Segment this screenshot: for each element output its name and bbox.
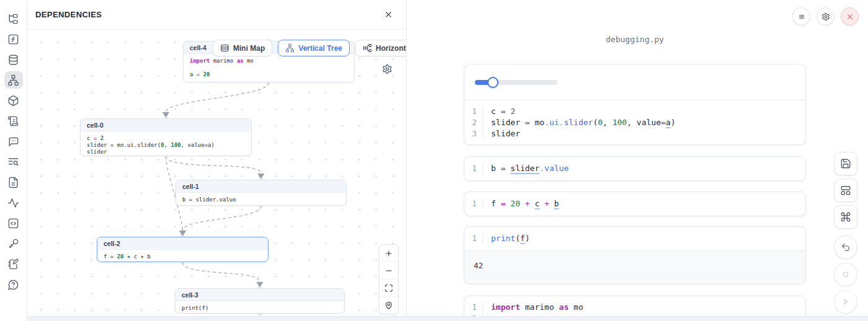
graph-node-cell-1[interactable]: cell-1b = slider.value <box>175 180 347 206</box>
dependency-graph-icon <box>7 74 19 86</box>
layout-icon <box>840 185 851 196</box>
sidebar-item-dependency-graph[interactable] <box>4 71 23 89</box>
view-button-mini-map[interactable]: Mini Map <box>213 40 272 56</box>
dependencies-panel: DEPENDENCIES cell-4import marimo as moa … <box>27 0 407 321</box>
zoom-out-button[interactable] <box>379 262 398 279</box>
code-text: c = 2 <box>483 106 515 117</box>
undo-icon <box>841 242 851 252</box>
view-button-vertical-tree[interactable]: Vertical Tree <box>278 40 350 56</box>
code-line: 3slider <box>464 128 805 139</box>
plus-icon <box>384 249 393 258</box>
sidebar-item-scroll[interactable] <box>4 112 23 130</box>
dependency-graph-canvas[interactable]: cell-4import marimo as moa = 20cell-0c =… <box>27 30 406 321</box>
line-number: 1 <box>464 163 483 174</box>
sidebar-item-key[interactable] <box>4 235 23 252</box>
cell-f: 1f = 20 + c + b <box>464 191 806 216</box>
save-icon <box>840 158 851 169</box>
icon-sidebar <box>0 0 27 321</box>
stop-icon <box>841 270 851 279</box>
notebook-action-panel <box>834 152 857 229</box>
sidebar-item-activity[interactable] <box>4 194 23 211</box>
cell-editor[interactable]: 1c = 22slider = mo.ui.slider(0, 100, val… <box>464 100 805 145</box>
graph-node-cell-0[interactable]: cell-0c = 2slider = mo.ui.slider(0, 100,… <box>80 118 252 156</box>
stop-button[interactable] <box>834 263 857 286</box>
bottom-scrollbar[interactable] <box>27 316 868 321</box>
sidebar-item-function-square[interactable] <box>4 30 23 48</box>
scratchpad-icon <box>7 258 19 270</box>
cell-editor[interactable]: 1print(f) <box>464 227 805 250</box>
notebook-filename: debugging.py <box>464 35 806 44</box>
code-text: print(f) <box>483 233 530 244</box>
notebook-top-actions <box>792 7 859 25</box>
key-icon <box>7 238 19 250</box>
code-line: 1b = slider.value <box>464 163 805 174</box>
shortcuts-button[interactable] <box>834 205 857 229</box>
document-icon <box>7 177 19 188</box>
code-line: slider = mo.ui.slider(0, 100, value=a) <box>87 142 245 149</box>
slider-widget[interactable] <box>475 80 557 85</box>
text-search-icon <box>7 156 19 168</box>
sidebar-item-file-tree[interactable] <box>4 10 23 27</box>
gear-icon <box>822 12 830 21</box>
layout-button[interactable] <box>834 178 857 202</box>
cell-editor[interactable]: 1f = 20 + c + b <box>464 192 805 216</box>
scroll-icon <box>7 115 19 127</box>
menu-icon <box>797 12 806 21</box>
graph-node-cell-3[interactable]: cell-3print(f) <box>175 288 345 314</box>
node-title: cell-1 <box>176 180 346 193</box>
horizontal-tree-icon <box>363 43 372 53</box>
sidebar-item-help[interactable] <box>4 276 23 293</box>
code-line: 1f = 20 + c + b <box>464 198 805 209</box>
view-button-label: Horizontal Tree <box>376 44 406 53</box>
line-number: 1 <box>464 106 483 117</box>
cell-output: 42 <box>464 250 805 282</box>
view-button-horizontal-tree[interactable]: Horizontal Tree <box>355 40 406 56</box>
node-code: import marimo as moa = 20 <box>184 54 354 82</box>
code-snippets-icon <box>7 218 19 229</box>
activity-icon <box>7 197 19 209</box>
line-number: 1 <box>464 233 483 244</box>
command-icon <box>840 211 851 222</box>
code-text: b = slider.value <box>483 163 569 174</box>
zoom-in-button[interactable] <box>379 245 398 262</box>
zoom-controls <box>379 244 399 314</box>
cell-slider: 1c = 22slider = mo.ui.slider(0, 100, val… <box>464 64 806 145</box>
node-code: print(f) <box>175 301 344 314</box>
minus-icon <box>384 266 393 275</box>
sidebar-item-package-box[interactable] <box>4 92 23 109</box>
sidebar-item-code-snippets[interactable] <box>4 214 23 232</box>
center-selection-button[interactable] <box>379 297 398 314</box>
graph-settings-icon[interactable] <box>382 64 392 74</box>
node-code: f = 20 + c + b <box>97 250 268 262</box>
line-number: 2 <box>464 117 483 128</box>
code-line: import marimo as mo <box>190 58 348 64</box>
sidebar-item-document[interactable] <box>4 174 23 191</box>
sidebar-item-database[interactable] <box>4 51 23 68</box>
shutdown-button[interactable] <box>841 7 859 25</box>
menu-button[interactable] <box>792 7 810 25</box>
code-line: f = 20 + c + b <box>104 253 262 260</box>
notebook-run-controls <box>834 235 857 314</box>
cell-editor[interactable]: 1b = slider.value <box>464 157 805 180</box>
maximize-icon <box>384 284 393 292</box>
line-number: 1 <box>464 198 483 209</box>
line-number: 3 <box>464 128 483 139</box>
close-icon[interactable] <box>382 9 394 21</box>
function-square-icon <box>7 33 19 45</box>
node-title: cell-0 <box>81 119 251 131</box>
fit-view-button[interactable] <box>379 279 398 297</box>
run-button[interactable] <box>834 290 857 314</box>
slider-knob[interactable] <box>487 77 498 88</box>
save-button[interactable] <box>834 152 857 175</box>
node-title: cell-2 <box>97 237 268 250</box>
graph-node-cell-2[interactable]: cell-2f = 20 + c + b <box>97 237 268 262</box>
sidebar-item-text-search[interactable] <box>4 153 23 170</box>
cell-print: 1print(f)42 <box>464 226 806 284</box>
code-line: a = 20 <box>190 71 348 78</box>
settings-button[interactable] <box>817 7 835 25</box>
close-icon <box>846 12 854 21</box>
code-text: slider <box>483 128 520 139</box>
sidebar-item-chat[interactable] <box>4 133 23 150</box>
sidebar-item-scratchpad[interactable] <box>4 255 23 273</box>
undo-button[interactable] <box>834 235 857 259</box>
